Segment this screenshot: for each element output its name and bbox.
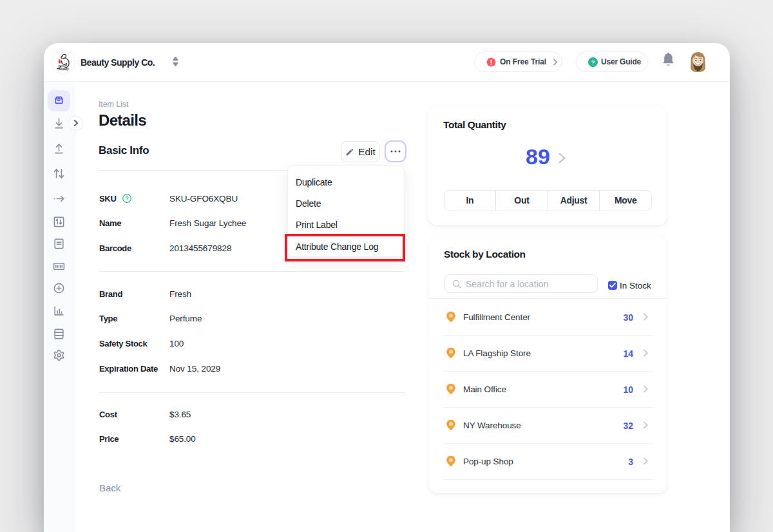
svg-text:?: ? bbox=[125, 195, 128, 202]
svg-text:beauty: beauty bbox=[59, 67, 70, 71]
svg-text:?: ? bbox=[591, 59, 595, 66]
